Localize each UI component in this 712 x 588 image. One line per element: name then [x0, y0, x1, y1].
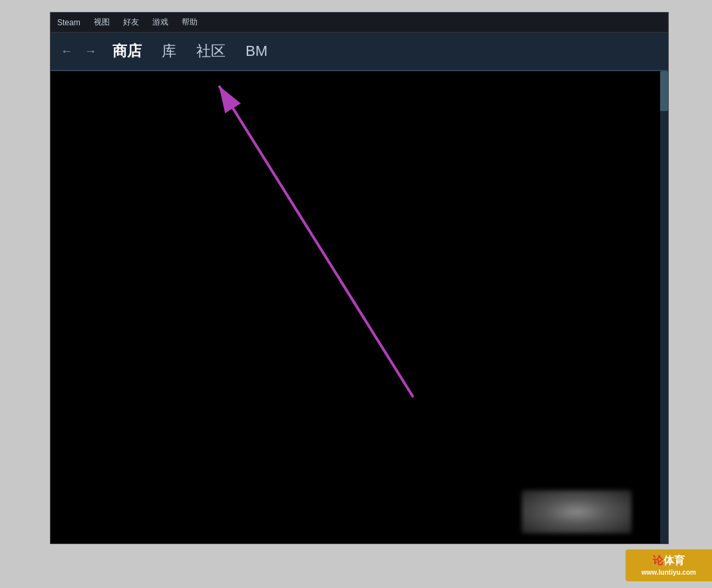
- scrollbar-track[interactable]: [660, 71, 668, 543]
- tab-store[interactable]: 商店: [108, 39, 146, 64]
- back-button[interactable]: ←: [61, 45, 73, 57]
- watermark-line2: www.luntiyu.com: [641, 568, 696, 577]
- tab-bm[interactable]: BM: [242, 40, 271, 63]
- tab-community[interactable]: 社区: [192, 39, 230, 64]
- menu-item-help[interactable]: 帮助: [182, 17, 198, 28]
- page-wrapper: Steam 视图 好友 游戏 帮助 ← → 商店 库 社区 BM: [0, 0, 712, 588]
- svg-line-1: [219, 86, 413, 397]
- watermark-line1: 论体育: [653, 554, 685, 568]
- menu-item-games[interactable]: 游戏: [152, 17, 168, 28]
- thumbnail-preview: [522, 490, 631, 533]
- scrollbar-thumb[interactable]: [660, 71, 668, 111]
- watermark: 论体育 www.luntiyu.com: [625, 549, 712, 581]
- menu-item-view[interactable]: 视图: [94, 17, 110, 28]
- steam-window: Steam 视图 好友 游戏 帮助 ← → 商店 库 社区 BM: [50, 12, 669, 544]
- menu-item-steam[interactable]: Steam: [57, 18, 81, 27]
- forward-button[interactable]: →: [85, 45, 96, 57]
- menu-item-friends[interactable]: 好友: [123, 17, 139, 28]
- annotation-arrow: [51, 71, 668, 543]
- nav-bar: ← → 商店 库 社区 BM: [51, 33, 668, 71]
- main-content: [51, 71, 668, 543]
- tab-library[interactable]: 库: [158, 39, 180, 64]
- menu-bar: Steam 视图 好友 游戏 帮助: [51, 13, 668, 33]
